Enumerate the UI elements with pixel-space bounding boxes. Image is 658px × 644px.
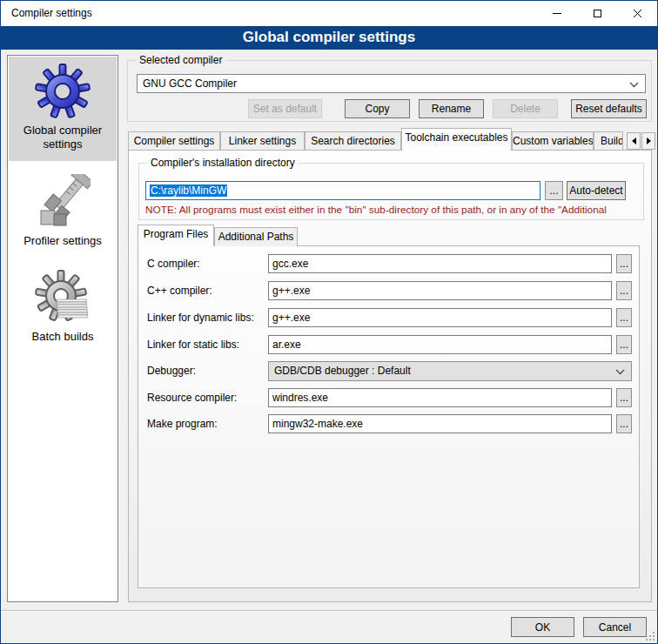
arrow-right-icon bbox=[647, 138, 651, 144]
window-title: Compiler settings bbox=[11, 1, 92, 26]
browse-directory-button[interactable]: ... bbox=[545, 181, 563, 200]
installation-directory-value: C:\raylib\MinGW bbox=[150, 184, 227, 197]
maximize-icon bbox=[594, 10, 601, 17]
window-controls bbox=[537, 1, 657, 26]
dynamic-linker-input[interactable] bbox=[268, 308, 612, 327]
c-compiler-input[interactable] bbox=[268, 254, 612, 273]
tab-compiler-settings[interactable]: Compiler settings bbox=[128, 131, 220, 151]
close-button[interactable] bbox=[617, 1, 657, 26]
c-compiler-label: C compiler: bbox=[147, 258, 200, 270]
cancel-button[interactable]: Cancel bbox=[583, 617, 647, 637]
sidebar-item-label: Global compiler settings bbox=[9, 124, 117, 151]
cpp-compiler-label: C++ compiler: bbox=[147, 285, 212, 297]
dynamic-linker-label: Linker for dynamic libs: bbox=[147, 312, 254, 324]
debugger-select-value: GDB/CDB debugger : Default bbox=[274, 365, 411, 377]
settings-category-list: Global compiler settings Profiler settin… bbox=[7, 55, 118, 602]
caliper-icon bbox=[35, 174, 91, 230]
ok-button[interactable]: OK bbox=[511, 617, 574, 637]
set-as-default-button[interactable]: Set as default bbox=[248, 99, 322, 118]
tab-build-clipped[interactable]: Build bbox=[594, 131, 623, 151]
resize-grip[interactable] bbox=[644, 630, 655, 641]
tab-linker-settings[interactable]: Linker settings bbox=[220, 131, 305, 151]
chevron-down-icon bbox=[615, 369, 625, 375]
subtab-program-files[interactable]: Program Files bbox=[138, 225, 214, 246]
page-title: Global compiler settings bbox=[1, 26, 657, 50]
cpp-compiler-browse-button[interactable]: ... bbox=[616, 281, 632, 300]
dynamic-linker-browse-button[interactable]: ... bbox=[616, 308, 632, 327]
subtab-additional-paths[interactable]: Additional Paths bbox=[214, 227, 298, 246]
tab-scroll-right-button[interactable] bbox=[641, 132, 655, 150]
toolchain-executables-page: Compiler's installation directory C:\ray… bbox=[128, 150, 652, 602]
static-linker-input[interactable] bbox=[268, 335, 612, 354]
minimize-button[interactable] bbox=[537, 1, 577, 26]
make-program-input[interactable] bbox=[268, 414, 612, 433]
gear-blue-icon bbox=[35, 64, 91, 119]
footer-divider bbox=[1, 610, 657, 612]
titlebar: Compiler settings bbox=[1, 1, 657, 26]
compiler-select[interactable]: GNU GCC Compiler bbox=[137, 74, 646, 93]
reset-defaults-button[interactable]: Reset defaults bbox=[571, 99, 647, 118]
installation-directory-group: Compiler's installation directory C:\ray… bbox=[138, 163, 644, 220]
c-compiler-browse-button[interactable]: ... bbox=[616, 254, 632, 273]
sidebar-item-label: Profiler settings bbox=[24, 234, 102, 248]
compiler-select-value: GNU GCC Compiler bbox=[143, 77, 237, 90]
selected-compiler-group-label: Selected compiler bbox=[136, 54, 225, 66]
debugger-select[interactable]: GDB/CDB debugger : Default bbox=[268, 361, 632, 381]
maximize-button[interactable] bbox=[577, 1, 617, 26]
compiler-settings-dialog: Compiler settings Global compiler settin… bbox=[0, 0, 658, 644]
note-text: NOTE: All programs must exist either in … bbox=[145, 204, 641, 216]
sidebar-item-batch-builds[interactable]: Batch builds bbox=[9, 258, 117, 360]
copy-button[interactable]: Copy bbox=[345, 99, 410, 118]
static-linker-label: Linker for static libs: bbox=[147, 339, 239, 351]
tab-scroll-left-button[interactable] bbox=[627, 132, 641, 150]
installation-directory-group-label: Compiler's installation directory bbox=[147, 157, 299, 169]
resource-compiler-input[interactable] bbox=[268, 388, 612, 407]
auto-detect-button[interactable]: Auto-detect bbox=[567, 181, 626, 200]
static-linker-browse-button[interactable]: ... bbox=[616, 335, 632, 354]
rename-button[interactable]: Rename bbox=[419, 99, 484, 118]
chevron-down-icon bbox=[629, 82, 639, 88]
minimize-icon bbox=[553, 13, 561, 14]
selected-compiler-group: Selected compiler GNU GCC Compiler Set a… bbox=[127, 60, 652, 122]
cpp-compiler-input[interactable] bbox=[268, 281, 612, 300]
close-icon bbox=[633, 9, 642, 18]
installation-directory-input[interactable]: C:\raylib\MinGW bbox=[145, 181, 540, 200]
make-program-label: Make program: bbox=[147, 418, 218, 430]
gear-stack-icon bbox=[35, 270, 91, 325]
sidebar-item-global-compiler-settings[interactable]: Global compiler settings bbox=[9, 57, 117, 161]
resource-compiler-browse-button[interactable]: ... bbox=[616, 388, 632, 407]
arrow-left-icon bbox=[632, 138, 636, 144]
sidebar-item-label: Batch builds bbox=[32, 330, 94, 344]
resource-compiler-label: Resource compiler: bbox=[147, 392, 237, 404]
tab-custom-variables[interactable]: Custom variables bbox=[512, 131, 594, 151]
sidebar-item-profiler-settings[interactable]: Profiler settings bbox=[9, 162, 117, 254]
make-program-browse-button[interactable]: ... bbox=[616, 414, 632, 433]
tab-search-directories[interactable]: Search directories bbox=[305, 131, 401, 151]
tab-toolchain-executables[interactable]: Toolchain executables bbox=[401, 128, 512, 151]
debugger-label: Debugger: bbox=[147, 365, 196, 377]
program-files-page: C compiler: ... C++ compiler: ... Linker… bbox=[138, 245, 640, 588]
delete-button[interactable]: Delete bbox=[493, 99, 558, 118]
